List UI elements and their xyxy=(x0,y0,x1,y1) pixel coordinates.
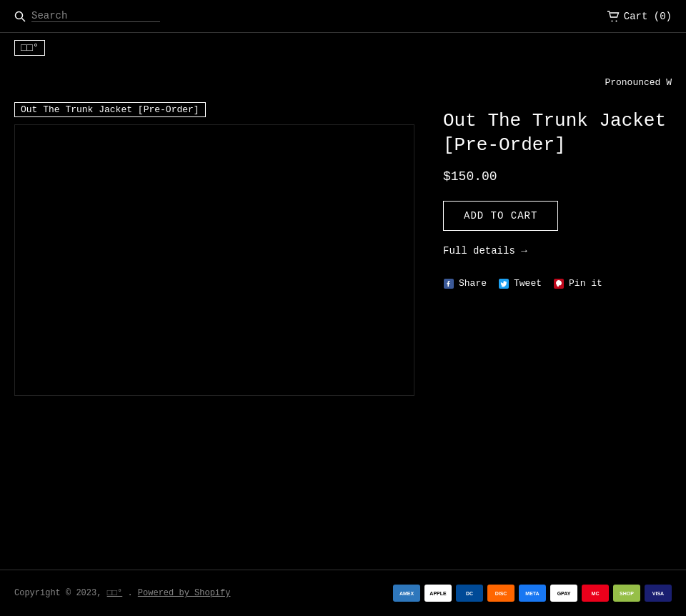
header-right: Cart (0) xyxy=(607,11,672,22)
product-image xyxy=(14,124,414,396)
payment-icon: APPLE xyxy=(424,585,452,602)
payment-icon: GPAY xyxy=(550,585,577,602)
powered-by-link[interactable]: Powered by Shopify xyxy=(138,588,231,598)
cart-link[interactable]: Cart (0) xyxy=(624,11,672,22)
product-image-label: Out The Trunk Jacket [Pre-Order] xyxy=(14,102,206,117)
product-section: Out The Trunk Jacket [Pre-Order] Out The… xyxy=(0,88,686,424)
svg-point-3 xyxy=(615,20,617,21)
site-header: Cart (0) xyxy=(0,0,686,33)
payment-icon: DISC xyxy=(487,585,514,602)
site-footer: Copyright © 2023, □□° . Powered by Shopi… xyxy=(0,570,686,616)
payment-icon: MC xyxy=(582,585,609,602)
cart-icon xyxy=(607,11,620,22)
payment-icons: AMEXAPPLEDCDISCMETAGPAYMCSHOPVISA xyxy=(393,585,672,602)
copyright-text: Copyright © 2023, xyxy=(14,588,101,598)
payment-icon: DC xyxy=(456,585,483,602)
svg-line-1 xyxy=(22,18,26,21)
footer-copyright: Copyright © 2023, □□° . Powered by Shopi… xyxy=(14,588,230,598)
payment-icon: META xyxy=(519,585,546,602)
logo-bar: □□° xyxy=(0,33,686,63)
payment-icon: SHOP xyxy=(613,585,640,602)
share-facebook-label: Share xyxy=(459,278,487,289)
payment-icon: VISA xyxy=(645,585,672,602)
search-icon xyxy=(14,11,26,22)
product-info-column: Out The Trunk Jacket [Pre-Order] $150.00… xyxy=(443,102,672,289)
svg-point-0 xyxy=(16,11,23,19)
header-left xyxy=(14,10,160,22)
share-twitter-link[interactable]: Tweet xyxy=(498,278,542,289)
payment-icon: AMEX xyxy=(393,585,420,602)
share-pinterest-link[interactable]: Pin it xyxy=(553,278,602,289)
search-input[interactable] xyxy=(31,10,160,22)
site-logo[interactable]: □□° xyxy=(14,40,45,56)
share-twitter-label: Tweet xyxy=(514,278,542,289)
product-title: Out The Trunk Jacket [Pre-Order] xyxy=(443,109,672,158)
add-to-cart-button[interactable]: ADD TO CART xyxy=(443,201,558,231)
pronounced-label: Pronounced W xyxy=(0,77,686,88)
svg-point-2 xyxy=(611,20,612,21)
product-price: $150.00 xyxy=(443,169,672,184)
footer-separator: . xyxy=(127,588,132,598)
page-wrapper: Cart (0) □□° Pronounced W Out The Trunk … xyxy=(0,0,686,616)
social-share: Share Tweet xyxy=(443,278,672,289)
share-facebook-link[interactable]: Share xyxy=(443,278,487,289)
pinterest-icon xyxy=(553,278,565,289)
product-image-column: Out The Trunk Jacket [Pre-Order] xyxy=(14,102,414,396)
facebook-icon xyxy=(443,278,454,289)
share-pinterest-label: Pin it xyxy=(569,278,602,289)
twitter-icon xyxy=(498,278,509,289)
full-details-link[interactable]: Full details → xyxy=(443,245,672,257)
store-name-link[interactable]: □□° xyxy=(107,588,123,598)
